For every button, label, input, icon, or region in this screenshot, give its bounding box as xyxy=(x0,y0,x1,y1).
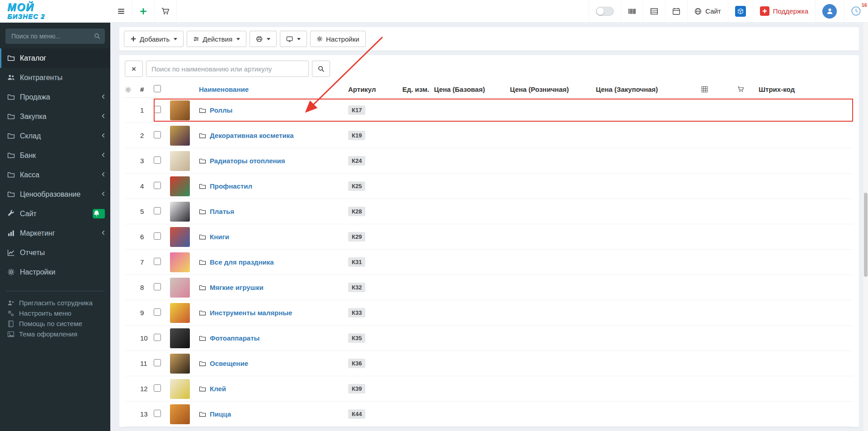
category-link[interactable]: Профнастил xyxy=(210,182,252,190)
sidebar-item-bank[interactable]: Банк ‹ xyxy=(0,146,110,165)
sidebar-footer-item-invite-employee[interactable]: Пригласить сотрудника xyxy=(0,298,110,308)
category-link[interactable]: Все для праздника xyxy=(210,258,274,266)
folder-icon xyxy=(7,93,15,101)
site-link[interactable]: Сайт xyxy=(687,0,728,22)
market-app-button[interactable] xyxy=(728,0,753,22)
print-button[interactable] xyxy=(250,31,277,47)
topbar-cart-button[interactable] xyxy=(155,0,177,22)
cart-column-icon xyxy=(737,86,744,93)
sidebar-item-reports[interactable]: Отчеты xyxy=(0,243,110,262)
category-link[interactable]: Фотоаппараты xyxy=(210,334,259,342)
folder-icon xyxy=(199,360,206,367)
scrollbar-thumb[interactable] xyxy=(864,193,868,277)
row-checkbox[interactable] xyxy=(154,182,161,189)
category-thumbnail[interactable] xyxy=(170,252,190,272)
sidebar-item-pricing[interactable]: Ценообразование ‹ xyxy=(0,185,110,204)
sidebar-item-label: Закупка xyxy=(20,113,47,121)
row-checkbox[interactable] xyxy=(154,384,161,392)
category-thumbnail[interactable] xyxy=(170,126,190,146)
category-thumbnail[interactable] xyxy=(170,176,190,196)
barcode-scanner-button[interactable] xyxy=(621,0,643,22)
menu-search-input[interactable] xyxy=(5,28,105,44)
sidebar-footer-item-system-help[interactable]: Помощь по системе xyxy=(0,318,110,329)
category-thumbnail[interactable] xyxy=(170,227,190,247)
category-link[interactable]: Радиаторы отопления xyxy=(210,157,285,165)
category-thumbnail[interactable] xyxy=(170,100,190,120)
category-thumbnail[interactable] xyxy=(170,328,190,348)
category-link[interactable]: Роллы xyxy=(210,106,232,114)
folder-icon xyxy=(199,259,206,266)
display-button[interactable] xyxy=(280,31,307,47)
activity-clock-button[interactable]: 16 xyxy=(844,0,868,22)
image-icon xyxy=(7,331,14,338)
category-thumbnail[interactable] xyxy=(170,404,190,424)
sidebar-item-site[interactable]: Сайт xyxy=(0,204,110,223)
row-checkbox[interactable] xyxy=(154,258,161,265)
row-checkbox[interactable] xyxy=(154,131,161,138)
catalog-panel: × # Наименование Артикул Ед. изм. Цена (… xyxy=(119,55,859,427)
col-header-name-sort[interactable]: Наименование xyxy=(199,85,348,93)
gears-icon xyxy=(7,310,14,317)
support-link[interactable]: Поддержка xyxy=(753,0,815,22)
add-button[interactable]: Добавить xyxy=(124,31,184,47)
settings-button[interactable]: Настройки xyxy=(310,31,366,47)
folder-icon xyxy=(7,171,15,179)
category-link[interactable]: Декоративная косметика xyxy=(210,132,294,139)
category-link[interactable]: Освещение xyxy=(210,360,248,367)
topbar-toggle-switch[interactable] xyxy=(589,0,621,22)
category-link[interactable]: Платья xyxy=(210,208,234,215)
app-logo[interactable]: МОЙ БИЗНЕС 2 xyxy=(0,0,110,23)
plus-icon xyxy=(130,36,137,42)
sidebar-toggle-button[interactable] xyxy=(110,0,132,22)
sidebar-item-purchase[interactable]: Закупка ‹ xyxy=(0,107,110,126)
row-checkbox[interactable] xyxy=(154,207,161,214)
row-checkbox[interactable] xyxy=(154,232,161,240)
sidebar-item-label: Каталог xyxy=(20,54,46,62)
category-link[interactable]: Книги xyxy=(210,233,229,241)
category-thumbnail[interactable] xyxy=(170,379,190,399)
search-icon[interactable] xyxy=(94,33,100,39)
category-link[interactable]: Мягкие игрушки xyxy=(210,284,264,291)
row-checkbox[interactable] xyxy=(154,359,161,366)
table-view-button[interactable] xyxy=(643,0,665,22)
category-link[interactable]: Инструменты малярные xyxy=(210,309,292,317)
calendar-button[interactable] xyxy=(665,0,687,22)
select-all-checkbox[interactable] xyxy=(154,85,161,92)
clear-search-button[interactable]: × xyxy=(125,61,143,77)
folder-icon xyxy=(199,385,206,393)
sidebar-item-marketing[interactable]: Маркетинг ‹ xyxy=(0,223,110,243)
row-checkbox[interactable] xyxy=(154,308,161,316)
sidebar-footer-item-theme[interactable]: Тема оформления xyxy=(0,329,110,339)
catalog-search-input[interactable] xyxy=(146,61,309,77)
row-checkbox[interactable] xyxy=(154,334,161,341)
table-row: 6 Книги К29 xyxy=(125,224,854,250)
category-thumbnail[interactable] xyxy=(170,202,190,222)
search-button[interactable] xyxy=(312,61,330,77)
sidebar-item-settings[interactable]: Настройки xyxy=(0,262,110,282)
category-thumbnail[interactable] xyxy=(170,354,190,374)
vertical-scrollbar[interactable] xyxy=(863,23,868,431)
row-checkbox[interactable] xyxy=(154,156,161,164)
sidebar-item-contractors[interactable]: Контрагенты xyxy=(0,68,110,87)
sidebar-item-sales[interactable]: Продажа ‹ xyxy=(0,87,110,107)
row-checkbox[interactable] xyxy=(154,283,161,290)
category-thumbnail[interactable] xyxy=(170,278,190,298)
col-header-price-retail: Цена (Розничная) xyxy=(510,85,596,93)
folder-icon xyxy=(199,107,206,114)
category-thumbnail[interactable] xyxy=(170,303,190,323)
row-checkbox[interactable] xyxy=(154,410,161,417)
table-settings-icon[interactable] xyxy=(125,86,132,93)
sidebar-item-warehouse[interactable]: Склад ‹ xyxy=(0,126,110,146)
quick-add-button[interactable] xyxy=(132,0,155,22)
category-link[interactable]: Пицца xyxy=(210,410,231,418)
toggle-track-icon xyxy=(596,7,614,16)
row-checkbox[interactable] xyxy=(154,106,161,113)
plus-icon xyxy=(139,7,147,15)
profile-button[interactable] xyxy=(815,0,844,22)
sidebar-footer-item-configure-menu[interactable]: Настроить меню xyxy=(0,308,110,318)
category-link[interactable]: Клей xyxy=(210,385,226,393)
actions-button[interactable]: Действия xyxy=(187,31,246,47)
category-thumbnail[interactable] xyxy=(170,151,190,171)
sidebar-item-catalog[interactable]: Каталог xyxy=(0,48,110,68)
sidebar-item-cashdesk[interactable]: Касса ‹ xyxy=(0,165,110,185)
